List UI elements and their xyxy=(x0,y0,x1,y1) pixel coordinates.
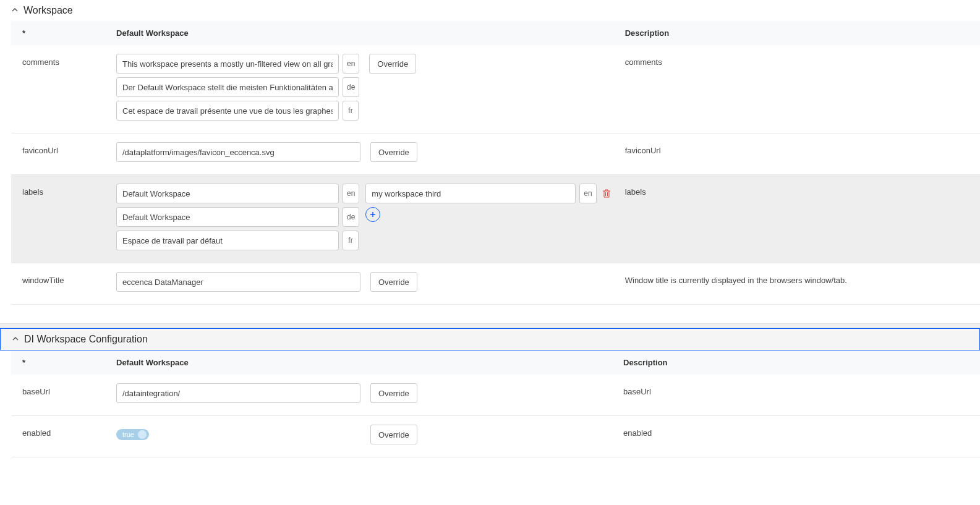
desc-enabled: enabled xyxy=(617,416,980,457)
section-di-workspace: DI Workspace Configuration * Default Wor… xyxy=(0,328,980,457)
row-enabled: enabled true Override enabled xyxy=(11,416,980,457)
lang-badge-de: de xyxy=(343,77,359,97)
row-labels: labels en de xyxy=(11,175,980,263)
header-star: * xyxy=(11,21,110,45)
row-faviconurl: faviconUrl Override faviconUrl xyxy=(11,134,980,175)
header-description: Description xyxy=(619,21,980,45)
header-star: * xyxy=(11,350,110,375)
baseurl-input[interactable] xyxy=(116,383,360,403)
override-button-enabled[interactable]: Override xyxy=(370,425,417,444)
toggle-knob-icon xyxy=(138,430,147,439)
desc-faviconurl: faviconUrl xyxy=(619,134,980,175)
section-title: Workspace xyxy=(23,5,73,16)
header-default-workspace: Default Workspace xyxy=(110,350,617,375)
key-comments: comments xyxy=(11,45,110,134)
section-header-workspace[interactable]: Workspace xyxy=(0,0,980,21)
toggle-label: true xyxy=(122,431,134,438)
row-comments: comments en Override de fr xyxy=(11,45,980,134)
section-header-di-workspace[interactable]: DI Workspace Configuration xyxy=(0,328,980,350)
labels-default-en[interactable] xyxy=(116,184,339,203)
chevron-up-icon xyxy=(12,335,19,344)
override-button-windowtitle[interactable]: Override xyxy=(370,272,417,292)
desc-labels: labels xyxy=(619,175,980,263)
chevron-up-icon xyxy=(11,6,19,15)
key-labels: labels xyxy=(11,175,110,263)
lang-badge-de: de xyxy=(343,207,359,227)
key-enabled: enabled xyxy=(11,416,110,457)
desc-comments: comments xyxy=(619,45,980,134)
lang-badge-en: en xyxy=(343,54,359,74)
header-default-workspace: Default Workspace xyxy=(110,21,619,45)
key-baseurl: baseUrl xyxy=(11,375,110,416)
row-baseurl: baseUrl Override baseUrl xyxy=(11,375,980,416)
windowtitle-input[interactable] xyxy=(116,272,360,292)
key-faviconurl: faviconUrl xyxy=(11,134,110,175)
faviconurl-input[interactable] xyxy=(116,142,360,162)
comments-input-en[interactable] xyxy=(116,54,339,74)
enabled-toggle[interactable]: true xyxy=(116,429,149,440)
lang-badge-en: en xyxy=(343,184,359,203)
labels-default-fr[interactable] xyxy=(116,231,339,250)
labels-default-de[interactable] xyxy=(116,207,339,227)
lang-badge-fr: fr xyxy=(343,101,359,121)
section-divider xyxy=(0,323,980,328)
key-windowtitle: windowTitle xyxy=(11,263,110,305)
comments-input-fr[interactable] xyxy=(116,101,339,121)
override-button-comments[interactable]: Override xyxy=(369,54,416,74)
override-button-baseurl[interactable]: Override xyxy=(370,383,417,403)
lang-badge-en: en xyxy=(579,184,596,203)
plus-circle-icon[interactable] xyxy=(365,207,380,222)
desc-windowtitle: Window title is currently displayed in t… xyxy=(619,263,980,305)
table-header-row: * Default Workspace Description xyxy=(11,350,980,375)
lang-badge-fr: fr xyxy=(343,231,359,250)
desc-baseurl: baseUrl xyxy=(617,375,980,416)
override-button-faviconurl[interactable]: Override xyxy=(370,142,417,162)
header-description: Description xyxy=(617,350,980,375)
section-workspace: Workspace * Default Workspace Descriptio… xyxy=(0,0,980,305)
comments-input-de[interactable] xyxy=(116,77,339,97)
section-title: DI Workspace Configuration xyxy=(24,334,148,345)
trash-icon[interactable] xyxy=(600,187,613,200)
row-windowtitle: windowTitle Override Window title is cur… xyxy=(11,263,980,305)
labels-override-en[interactable] xyxy=(365,184,576,203)
table-header-row: * Default Workspace Description xyxy=(11,21,980,45)
